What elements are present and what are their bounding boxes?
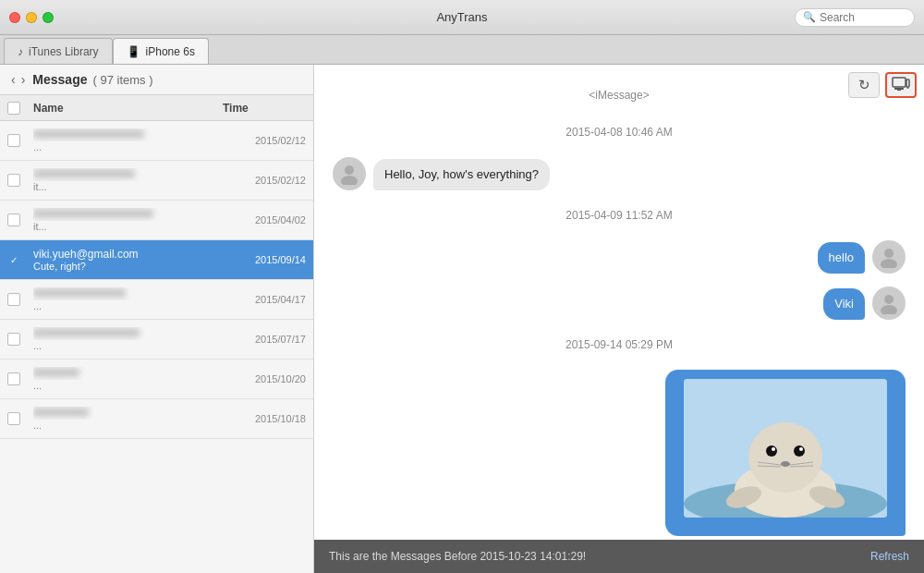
user-icon xyxy=(878,292,900,314)
contact-name: <iMessage> xyxy=(333,89,906,102)
refresh-icon: ↻ xyxy=(858,77,870,93)
item-checkbox[interactable]: ✓ xyxy=(7,253,20,266)
message-header: ‹ › Message ( 97 items ) xyxy=(0,65,313,95)
avatar xyxy=(872,286,906,320)
item-checkbox[interactable] xyxy=(7,174,20,187)
list-item[interactable]: ✓ viki.yueh@gmail.com Cute, right? 2015/… xyxy=(0,240,313,280)
item-checkbox[interactable] xyxy=(7,293,20,306)
seal-image xyxy=(684,379,887,518)
header-time-col: Time xyxy=(223,102,306,115)
svg-rect-1 xyxy=(894,88,904,90)
list-item[interactable]: it... 2015/02/12 xyxy=(0,161,313,201)
item-time: 2015/04/02 xyxy=(223,214,306,226)
item-time: 2015/04/17 xyxy=(223,294,306,305)
avatar xyxy=(333,157,366,190)
bottom-bar: This are the Messages Before 2015-10-23 … xyxy=(314,540,924,573)
right-panel: ↻ <iMessage> 2015-04-08 10:46 AM xyxy=(314,65,924,573)
list-item[interactable]: ... 2015/07/17 xyxy=(0,320,313,360)
svg-point-17 xyxy=(772,447,775,451)
svg-point-7 xyxy=(884,249,894,258)
item-preview: it... xyxy=(33,181,223,192)
left-panel: ‹ › Message ( 97 items ) Name Time ... xyxy=(0,65,314,573)
transfer-button[interactable] xyxy=(885,72,917,98)
timestamp-1: 2015-04-08 10:46 AM xyxy=(333,126,906,139)
back-button[interactable]: ‹ xyxy=(9,72,18,87)
transfer-icon xyxy=(892,76,910,95)
select-all-checkbox[interactable] xyxy=(7,102,20,115)
tab-itunes-label: iTunes Library xyxy=(29,45,99,58)
blurred-name xyxy=(33,209,153,218)
item-checkbox[interactable] xyxy=(7,213,20,226)
blurred-name xyxy=(33,408,89,417)
item-checkbox[interactable] xyxy=(7,372,20,385)
search-container: 🔍 xyxy=(795,8,915,27)
blurred-name xyxy=(33,288,126,298)
svg-point-8 xyxy=(881,259,897,268)
blurred-name xyxy=(33,328,140,337)
table-header: Name Time xyxy=(0,95,313,121)
blurred-name xyxy=(33,169,135,178)
search-box[interactable]: 🔍 xyxy=(795,8,915,27)
item-time: 2015/02/12 xyxy=(223,175,306,186)
svg-point-18 xyxy=(799,447,803,451)
tabs-row: ♪ iTunes Library 📱 iPhone 6s xyxy=(0,35,924,65)
tab-iphone[interactable]: 📱 iPhone 6s xyxy=(113,38,209,64)
item-time: 2015/10/20 xyxy=(223,373,306,384)
timestamp-2: 2015-04-09 11:52 AM xyxy=(333,209,906,222)
svg-point-6 xyxy=(341,176,358,185)
bottom-message: This are the Messages Before 2015-10-23 … xyxy=(329,550,586,563)
blurred-name xyxy=(33,129,144,139)
message-row-left: Hello, Joy, how's everything? xyxy=(333,157,906,190)
message-list: ... 2015/02/12 it... 2015/02/12 it... xyxy=(0,121,313,573)
item-preview: Cute, right? xyxy=(33,261,223,272)
item-preview: ... xyxy=(33,380,223,391)
image-content xyxy=(684,379,887,518)
header-name-col: Name xyxy=(33,102,223,115)
list-item[interactable]: ... 2015/10/18 xyxy=(0,399,313,439)
window-controls xyxy=(9,12,54,23)
header-check-col xyxy=(7,102,33,115)
item-preview: ... xyxy=(33,141,223,152)
item-time: 2015/10/18 xyxy=(223,413,306,424)
refresh-button[interactable]: ↻ xyxy=(848,72,880,98)
transfer-svg xyxy=(892,76,910,92)
item-preview: ... xyxy=(33,340,223,351)
message-row-right: hello xyxy=(333,240,906,274)
message-bubble: Hello, Joy, how's everything? xyxy=(373,159,550,190)
minimize-button[interactable] xyxy=(26,12,37,23)
list-item[interactable]: ... 2015/10/20 xyxy=(0,360,313,399)
svg-point-5 xyxy=(345,165,354,175)
svg-rect-3 xyxy=(906,79,909,87)
item-checkbox[interactable] xyxy=(7,333,20,346)
svg-point-4 xyxy=(907,87,909,89)
forward-button[interactable]: › xyxy=(19,72,28,87)
item-checkbox[interactable] xyxy=(7,134,20,147)
list-item[interactable]: ... 2015/02/12 xyxy=(0,121,313,161)
message-row-image xyxy=(333,370,906,536)
itunes-icon: ♪ xyxy=(18,45,23,58)
svg-rect-0 xyxy=(893,78,906,87)
search-icon: 🔍 xyxy=(803,11,816,23)
list-item[interactable]: it... 2015/04/02 xyxy=(0,201,313,240)
search-input[interactable] xyxy=(820,11,912,24)
tab-itunes[interactable]: ♪ iTunes Library xyxy=(4,38,113,64)
image-message xyxy=(665,370,906,536)
item-count: ( 97 items ) xyxy=(93,73,153,87)
close-button[interactable] xyxy=(9,12,20,23)
svg-point-19 xyxy=(781,461,790,467)
toolbar-right: ↻ xyxy=(841,65,924,105)
list-item[interactable]: ... 2015/04/17 xyxy=(0,280,313,320)
message-bubble: Viki xyxy=(823,288,865,320)
refresh-messages-button[interactable]: Refresh xyxy=(870,550,909,563)
nav-arrows: ‹ › xyxy=(9,72,27,87)
svg-point-9 xyxy=(884,295,894,304)
item-checkbox[interactable] xyxy=(7,412,20,425)
section-title: Message xyxy=(32,72,87,87)
main-content: ‹ › Message ( 97 items ) Name Time ... xyxy=(0,65,924,573)
svg-point-14 xyxy=(748,422,822,493)
maximize-button[interactable] xyxy=(43,12,54,23)
user-icon xyxy=(338,163,360,185)
chat-area: <iMessage> 2015-04-08 10:46 AM Hello, Jo… xyxy=(314,65,924,540)
timestamp-3: 2015-09-14 05:29 PM xyxy=(333,338,906,351)
title-bar: AnyTrans 🔍 xyxy=(0,0,924,35)
